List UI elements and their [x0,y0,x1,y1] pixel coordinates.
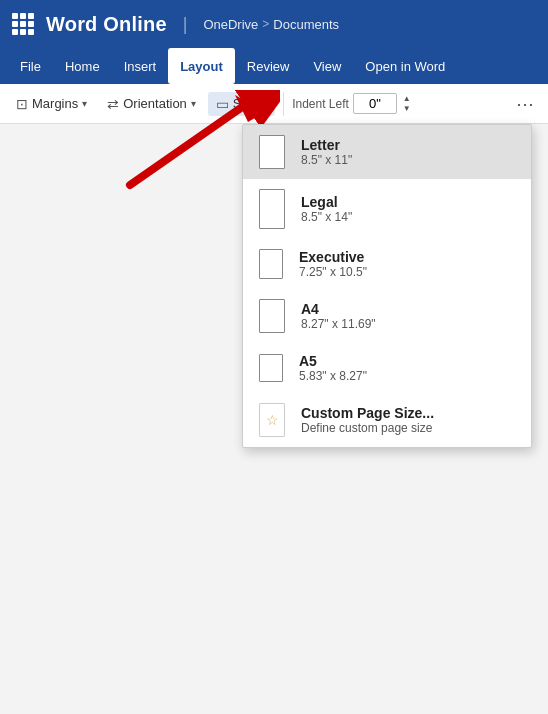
menu-home[interactable]: Home [53,48,112,84]
indent-up-arrow[interactable]: ▲ [403,94,411,104]
a5-thumb [259,354,283,382]
title-bar: Word Online | OneDrive > Documents [0,0,548,48]
menu-file[interactable]: File [8,48,53,84]
size-item-executive[interactable]: Executive 7.25" x 10.5" [243,239,531,289]
app-title: Word Online [46,13,167,36]
executive-thumb [259,249,283,279]
orientation-label: Orientation [123,96,187,111]
size-item-a5[interactable]: A5 5.83" x 8.27" [243,343,531,393]
size-button[interactable]: ▭ Size ▾ [208,92,275,116]
size-item-a4[interactable]: A4 8.27" x 11.69" [243,289,531,343]
size-dropdown-panel: Letter 8.5" x 11" Legal 8.5" x 14" Execu… [242,124,532,448]
indent-down-arrow[interactable]: ▼ [403,104,411,114]
menu-view[interactable]: View [301,48,353,84]
menu-open-in-word[interactable]: Open in Word [353,48,457,84]
ribbon-menu: File Home Insert Layout Review View Open… [0,48,548,84]
breadcrumb-separator: > [262,17,269,31]
indent-stepper[interactable]: ▲ ▼ [403,94,411,114]
letter-dim: 8.5" x 11" [301,153,352,167]
star-icon: ☆ [266,412,279,428]
toolbar-divider [283,92,284,116]
breadcrumb-service[interactable]: OneDrive [203,17,258,32]
margins-icon: ⊡ [16,96,28,112]
custom-dim: Define custom page size [301,421,434,435]
custom-info: Custom Page Size... Define custom page s… [301,405,434,435]
menu-insert[interactable]: Insert [112,48,169,84]
letter-name: Letter [301,137,352,153]
letter-info: Letter 8.5" x 11" [301,137,352,167]
margins-label: Margins [32,96,78,111]
menu-review[interactable]: Review [235,48,302,84]
executive-name: Executive [299,249,367,265]
size-label: Size [233,96,258,111]
a4-thumb [259,299,285,333]
breadcrumb-folder[interactable]: Documents [273,17,339,32]
custom-name: Custom Page Size... [301,405,434,421]
a5-dim: 5.83" x 8.27" [299,369,367,383]
toolbar: ⊡ Margins ▾ ⇄ Orientation ▾ ▭ Size ▾ Ind… [0,84,548,124]
orientation-icon: ⇄ [107,96,119,112]
margins-button[interactable]: ⊡ Margins ▾ [8,92,95,116]
legal-thumb [259,189,285,229]
size-item-custom[interactable]: ☆ Custom Page Size... Define custom page… [243,393,531,447]
waffle-icon[interactable] [12,13,34,35]
orientation-dropdown-arrow: ▾ [191,98,196,109]
executive-info: Executive 7.25" x 10.5" [299,249,367,279]
a4-name: A4 [301,301,376,317]
size-item-legal[interactable]: Legal 8.5" x 14" [243,179,531,239]
orientation-button[interactable]: ⇄ Orientation ▾ [99,92,204,116]
size-dropdown-arrow: ▾ [262,98,267,109]
title-divider: | [183,14,188,35]
legal-name: Legal [301,194,352,210]
indent-left-label: Indent Left [292,97,349,111]
more-button[interactable]: ⋯ [510,93,540,115]
letter-thumb [259,135,285,169]
a4-info: A4 8.27" x 11.69" [301,301,376,331]
breadcrumb: OneDrive > Documents [203,17,339,32]
a4-dim: 8.27" x 11.69" [301,317,376,331]
custom-thumb: ☆ [259,403,285,437]
legal-info: Legal 8.5" x 14" [301,194,352,224]
size-item-letter[interactable]: Letter 8.5" x 11" [243,125,531,179]
margins-dropdown-arrow: ▾ [82,98,87,109]
a5-name: A5 [299,353,367,369]
executive-dim: 7.25" x 10.5" [299,265,367,279]
size-icon: ▭ [216,96,229,112]
indent-left-input[interactable] [353,93,397,114]
legal-dim: 8.5" x 14" [301,210,352,224]
a5-info: A5 5.83" x 8.27" [299,353,367,383]
menu-layout[interactable]: Layout [168,48,235,84]
